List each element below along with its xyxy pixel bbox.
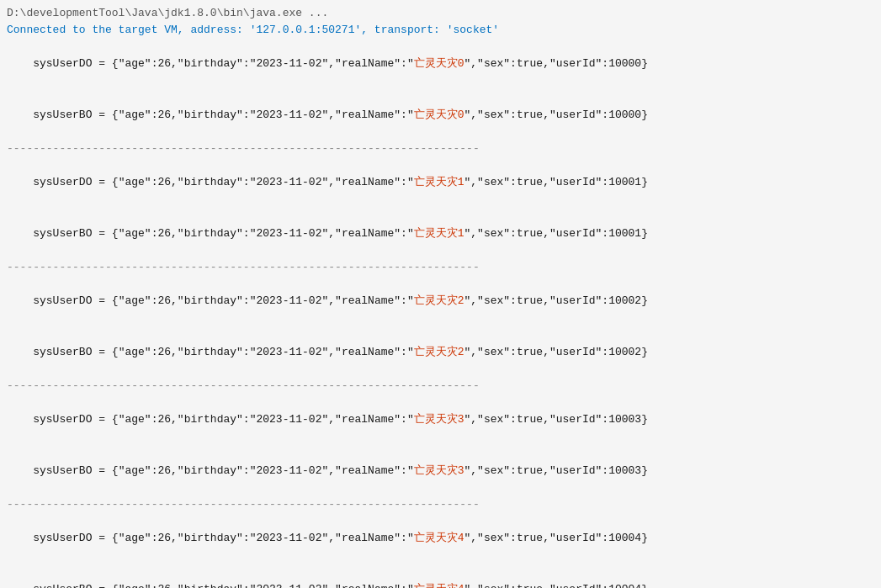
do-name-0: 亡灵天灾0: [414, 57, 464, 70]
entry-3-bo: sysUserBO = {"age":26,"birthday":"2023-1…: [7, 446, 874, 496]
entry-2-bo: sysUserBO = {"age":26,"birthday":"2023-1…: [7, 327, 874, 378]
separator-2: ----------------------------------------…: [7, 378, 874, 395]
console-output: D:\developmentTool\Java\jdk1.8.0\bin\jav…: [0, 0, 881, 588]
entry-4-do: sysUserDO = {"age":26,"birthday":"2023-1…: [7, 513, 874, 564]
do-name-4: 亡灵天灾4: [414, 532, 464, 544]
header-line-1: D:\developmentTool\Java\jdk1.8.0\bin\jav…: [7, 5, 874, 22]
do-suffix-2: ","sex":true,"userId":10002}: [464, 294, 648, 307]
do-suffix-1: ","sex":true,"userId":10001}: [464, 176, 648, 188]
separator-1: ----------------------------------------…: [7, 259, 874, 276]
do-name-2: 亡灵天灾2: [414, 294, 464, 307]
bo-prefix-3: sysUserBO = {"age":26,"birthday":"2023-1…: [33, 464, 413, 477]
entry-0-do: sysUserDO = {"age":26,"birthday":"2023-1…: [7, 39, 874, 89]
do-prefix-2: sysUserDO = {"age":26,"birthday":"2023-1…: [33, 294, 413, 307]
entry-1-do: sysUserDO = {"age":26,"birthday":"2023-1…: [7, 157, 874, 208]
entry-2-do: sysUserDO = {"age":26,"birthday":"2023-1…: [7, 276, 874, 326]
entry-4-bo: sysUserBO = {"age":26,"birthday":"2023-1…: [7, 564, 874, 588]
bo-prefix-1: sysUserBO = {"age":26,"birthday":"2023-1…: [33, 227, 413, 240]
bo-suffix-0: ","sex":true,"userId":10000}: [464, 109, 648, 121]
entry-0-bo: sysUserBO = {"age":26,"birthday":"2023-1…: [7, 90, 874, 140]
bo-suffix-1: ","sex":true,"userId":10001}: [464, 227, 648, 240]
entry-3-do: sysUserDO = {"age":26,"birthday":"2023-1…: [7, 395, 874, 445]
header-line-2: Connected to the target VM, address: '12…: [7, 22, 874, 39]
do-name-1: 亡灵天灾1: [414, 176, 464, 188]
bo-suffix-4: ","sex":true,"userId":10004}: [464, 583, 648, 588]
bo-prefix-4: sysUserBO = {"age":26,"birthday":"2023-1…: [33, 583, 413, 588]
bo-name-2: 亡灵天灾2: [414, 346, 464, 358]
separator-0: ----------------------------------------…: [7, 140, 874, 157]
do-prefix-0: sysUserDO = {"age":26,"birthday":"2023-1…: [33, 57, 413, 70]
do-suffix-4: ","sex":true,"userId":10004}: [464, 532, 648, 544]
bo-prefix-2: sysUserBO = {"age":26,"birthday":"2023-1…: [33, 346, 413, 358]
bo-name-1: 亡灵天灾1: [414, 227, 464, 240]
bo-name-0: 亡灵天灾0: [414, 109, 464, 121]
do-prefix-4: sysUserDO = {"age":26,"birthday":"2023-1…: [33, 532, 413, 544]
bo-suffix-3: ","sex":true,"userId":10003}: [464, 464, 648, 477]
bo-name-3: 亡灵天灾3: [414, 464, 464, 477]
entry-1-bo: sysUserBO = {"age":26,"birthday":"2023-1…: [7, 209, 874, 259]
bo-name-4: 亡灵天灾4: [414, 583, 464, 588]
bo-prefix-0: sysUserBO = {"age":26,"birthday":"2023-1…: [33, 109, 413, 121]
do-suffix-3: ","sex":true,"userId":10003}: [464, 413, 648, 426]
do-prefix-3: sysUserDO = {"age":26,"birthday":"2023-1…: [33, 413, 413, 426]
bo-suffix-2: ","sex":true,"userId":10002}: [464, 346, 648, 358]
separator-3: ----------------------------------------…: [7, 496, 874, 513]
do-name-3: 亡灵天灾3: [414, 413, 464, 426]
do-suffix-0: ","sex":true,"userId":10000}: [464, 57, 648, 70]
do-prefix-1: sysUserDO = {"age":26,"birthday":"2023-1…: [33, 176, 413, 188]
